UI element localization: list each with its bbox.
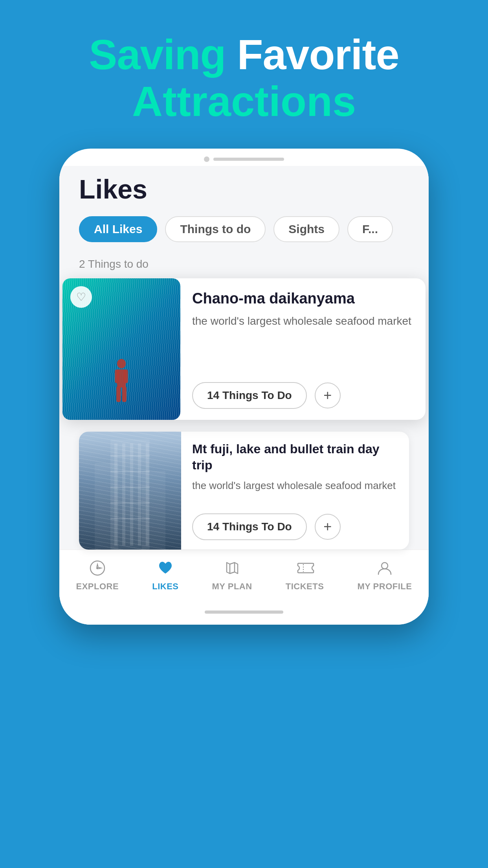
card2-actions: 14 Things To Do +: [192, 513, 398, 540]
nav-my-plan[interactable]: MY PLAN: [212, 558, 252, 592]
card1-image: ♡: [62, 278, 180, 420]
nav-likes[interactable]: LIKES: [152, 558, 178, 592]
svg-point-27: [382, 563, 388, 569]
svg-rect-12: [110, 455, 150, 456]
tab-sights[interactable]: Sights: [273, 216, 339, 242]
nav-plan-label: MY PLAN: [212, 581, 252, 592]
header-saving: Saving: [89, 31, 226, 78]
card2-image-bg: [79, 432, 181, 550]
plus-icon: +: [323, 387, 332, 404]
status-pill: [213, 158, 284, 161]
svg-rect-8: [122, 443, 125, 546]
card1-image-bg: ♡: [62, 278, 180, 420]
card-mt-fuji: Mt fuji, lake and bullet train day trip …: [79, 432, 409, 550]
plus-icon2: +: [323, 519, 332, 535]
card2-add-btn[interactable]: +: [315, 514, 341, 540]
tab-things-to-do[interactable]: Things to do: [165, 216, 266, 242]
heart-filled-icon: [155, 558, 176, 578]
svg-rect-18: [142, 471, 165, 550]
card1-name: Chano-ma daikanyama: [192, 289, 414, 308]
svg-rect-10: [138, 443, 141, 546]
svg-marker-21: [96, 563, 99, 567]
tab-more[interactable]: F...: [347, 216, 393, 242]
cards-area: ♡ Chano-ma daikanyama the world's larges…: [79, 278, 409, 550]
nav-likes-label: LIKES: [152, 581, 178, 592]
building-svg: [79, 432, 181, 550]
header-attractions: Attractions: [89, 78, 399, 125]
nav-tickets[interactable]: TICKETS: [286, 558, 324, 592]
svg-point-0: [117, 359, 126, 368]
card2-desc: the world's largest wholesale seafood ma…: [192, 478, 398, 493]
svg-rect-4: [116, 386, 121, 402]
svg-rect-3: [124, 369, 128, 383]
header-section: Saving Favorite Attractions: [57, 31, 430, 125]
svg-marker-23: [227, 563, 238, 574]
compass-icon: [87, 558, 108, 578]
phone-frame: Likes All Likes Things to do Sights F...…: [59, 149, 429, 625]
ticket-icon: [295, 558, 315, 578]
svg-rect-2: [115, 369, 119, 383]
card1-info: Chano-ma daikanyama the world's largest …: [180, 278, 426, 420]
nav-explore[interactable]: EXPLORE: [76, 558, 119, 592]
svg-marker-22: [98, 567, 103, 569]
svg-rect-17: [95, 463, 118, 550]
filter-tabs: All Likes Things to do Sights F...: [79, 216, 409, 242]
card2-name: Mt fuji, lake and bullet train day trip: [192, 441, 398, 474]
card1-desc: the world's largest wholesale seafood ma…: [192, 313, 414, 329]
svg-point-20: [96, 567, 99, 569]
section-label: 2 Things to do: [79, 258, 409, 270]
status-dot: [204, 156, 209, 162]
person-icon: [374, 558, 395, 578]
tab-all-likes[interactable]: All Likes: [79, 216, 157, 242]
nav-profile-label: MY PROFILE: [357, 581, 412, 592]
nav-explore-label: EXPLORE: [76, 581, 119, 592]
card1-actions: 14 Things To Do +: [192, 382, 414, 409]
svg-rect-9: [130, 443, 133, 546]
heart-icon: ♡: [76, 291, 86, 303]
map-icon: [222, 558, 242, 578]
person-silhouette: [110, 359, 133, 406]
card1-things-btn[interactable]: 14 Things To Do: [192, 382, 307, 409]
heart-button[interactable]: ♡: [70, 286, 92, 308]
nav-profile[interactable]: MY PROFILE: [357, 558, 412, 592]
phone-content: Likes All Likes Things to do Sights F...…: [59, 166, 429, 550]
home-bar: [205, 611, 283, 614]
card2-info: Mt fuji, lake and bullet train day trip …: [181, 432, 409, 550]
bottom-nav: EXPLORE LIKES MY PLAN: [59, 550, 429, 603]
home-indicator: [59, 603, 429, 625]
likes-title: Likes: [79, 174, 409, 204]
card1-add-btn[interactable]: +: [315, 383, 341, 408]
header-favorite: Favorite: [226, 31, 399, 78]
card2-things-btn[interactable]: 14 Things To Do: [192, 513, 307, 540]
card-chano-ma: ♡ Chano-ma daikanyama the world's larges…: [62, 278, 426, 420]
nav-tickets-label: TICKETS: [286, 581, 324, 592]
header-line1: Saving Favorite: [89, 31, 399, 78]
svg-rect-5: [122, 386, 127, 402]
card2-image: [79, 432, 181, 550]
status-bar: [59, 149, 429, 166]
